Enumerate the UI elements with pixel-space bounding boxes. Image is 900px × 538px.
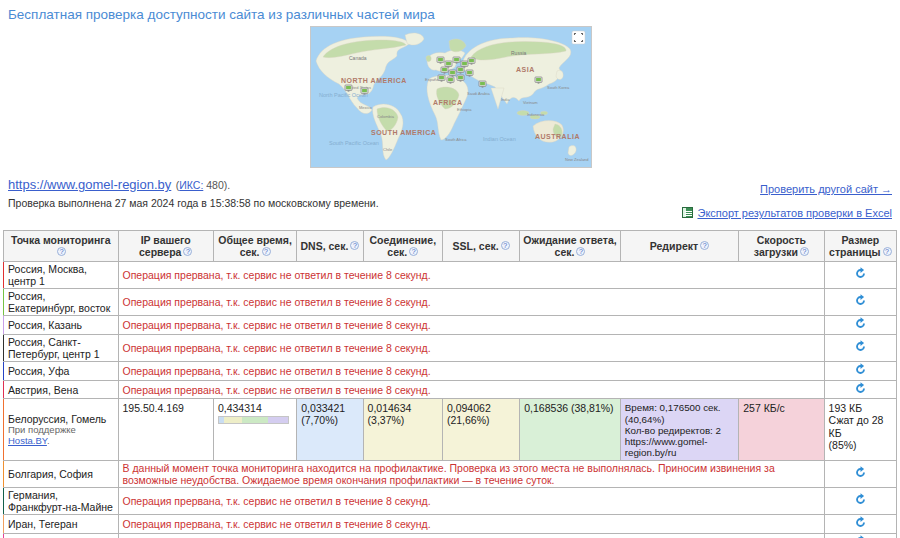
table-row: Россия, Санкт-Петербург, центр 1 Операци… bbox=[4, 335, 897, 362]
svg-text:Russia: Russia bbox=[511, 50, 527, 56]
svg-text:South Africa: South Africa bbox=[445, 137, 467, 142]
monitoring-point: Россия, Москва, центр 1 bbox=[4, 262, 119, 289]
error-message: Операция прервана, т.к. сервис не ответи… bbox=[118, 533, 824, 538]
bar-redirect-segment bbox=[268, 417, 287, 423]
iks-wrap: (ИКС: 480). bbox=[176, 179, 230, 191]
recheck-button[interactable] bbox=[854, 317, 867, 333]
help-icon[interactable] bbox=[183, 247, 192, 256]
page-size-ratio: (85%) bbox=[829, 439, 892, 451]
svg-text:Indian Ocean: Indian Ocean bbox=[483, 136, 516, 142]
recheck-button[interactable] bbox=[854, 340, 867, 356]
header-server-ip: IP вашего сервера bbox=[118, 231, 213, 262]
world-map[interactable]: NORTH AMERICA SOUTH AMERICA AFRICA ASIA … bbox=[310, 26, 592, 168]
total-time-value: 0,434314 bbox=[218, 402, 292, 414]
header-ssl: SSL, сек. bbox=[442, 231, 519, 262]
svg-text:Saudi Arabia: Saudi Arabia bbox=[467, 91, 490, 96]
iks-value: 480). bbox=[203, 179, 230, 191]
server-ip-value: 195.50.4.169 bbox=[118, 399, 213, 460]
header-redirect: Редирект bbox=[620, 231, 739, 262]
redirect-url: https://www.gomel-region.by/ru bbox=[625, 436, 735, 459]
total-time-cell: 0,434314 bbox=[213, 399, 296, 460]
help-icon[interactable] bbox=[883, 247, 892, 256]
info-bar: https://www.gomel-region.by (ИКС: 480). … bbox=[0, 168, 900, 228]
redirect-time: Время: 0,176500 сек. (40,64%) bbox=[625, 402, 735, 425]
svg-text:SOUTH AMERICA: SOUTH AMERICA bbox=[371, 129, 436, 136]
help-icon[interactable] bbox=[409, 247, 418, 256]
svg-text:Ethiopia: Ethiopia bbox=[457, 107, 472, 112]
help-icon[interactable] bbox=[350, 241, 359, 250]
monitoring-point: Италия, Милан bbox=[4, 533, 119, 538]
site-block: https://www.gomel-region.by (ИКС: 480). … bbox=[8, 174, 379, 210]
world-map-svg: NORTH AMERICA SOUTH AMERICA AFRICA ASIA … bbox=[311, 27, 591, 167]
header-total-time: Общее время, сек. bbox=[213, 231, 296, 262]
recheck-button[interactable] bbox=[854, 382, 867, 398]
header-speed: Скорость загрузки bbox=[739, 231, 824, 262]
monitoring-point: Белоруссия, Гомель При поддержке Hosta.B… bbox=[4, 399, 119, 460]
svg-text:AUSTRALIA: AUSTRALIA bbox=[535, 133, 580, 140]
support-line: При поддержке Hosta.BY. bbox=[8, 425, 114, 447]
bar-connect-ssl-segment bbox=[224, 417, 241, 423]
recheck-button[interactable] bbox=[854, 466, 867, 482]
iks-link[interactable]: ИКС: bbox=[179, 179, 203, 191]
error-message: Операция прервана, т.к. сервис не ответи… bbox=[118, 487, 824, 514]
svg-text:Vietnam: Vietnam bbox=[523, 100, 538, 105]
table-row: Россия, Уфа Операция прервана, т.к. серв… bbox=[4, 362, 897, 381]
availability-check-page: Бесплатная проверка доступности сайта из… bbox=[0, 0, 900, 538]
redirect-count: Кол-во редиректов: 2 bbox=[625, 425, 735, 436]
svg-text:Canada: Canada bbox=[349, 55, 367, 61]
wait-value: 0,168536 (38,81%) bbox=[520, 399, 620, 460]
recheck-button[interactable] bbox=[854, 535, 867, 538]
redirect-cell: Время: 0,176500 сек. (40,64%) Кол-во ред… bbox=[620, 399, 739, 460]
help-icon[interactable] bbox=[57, 247, 66, 256]
error-message: Операция прервана, т.к. сервис не ответи… bbox=[118, 289, 824, 316]
recheck-button[interactable] bbox=[854, 516, 867, 532]
help-icon[interactable] bbox=[700, 241, 709, 250]
monitoring-point: Россия, Уфа bbox=[4, 362, 119, 381]
header-monitoring-point: Точка мониторинга bbox=[4, 231, 119, 262]
recheck-button[interactable] bbox=[854, 267, 867, 283]
page-title: Бесплатная проверка доступности сайта из… bbox=[0, 0, 900, 24]
help-icon[interactable] bbox=[800, 247, 809, 256]
time-breakdown-bar bbox=[218, 416, 289, 424]
recheck-button[interactable] bbox=[854, 294, 867, 310]
hosta-by-link[interactable]: Hosta.BY bbox=[8, 435, 47, 446]
header-page-size: Размер страницы bbox=[824, 231, 896, 262]
svg-text:ASIA: ASIA bbox=[516, 66, 535, 73]
excel-icon bbox=[682, 207, 693, 218]
results-table: Точка мониторинга IP вашего сервера Обще… bbox=[3, 230, 897, 538]
help-icon[interactable] bbox=[501, 241, 510, 250]
table-header-row: Точка мониторинга IP вашего сервера Обще… bbox=[4, 231, 897, 262]
monitoring-point: Болгария, София bbox=[4, 460, 119, 487]
error-message: Операция прервана, т.к. сервис не ответи… bbox=[118, 362, 824, 381]
recheck-button[interactable] bbox=[854, 363, 867, 379]
header-connection: Соединение, сек. bbox=[363, 231, 442, 262]
export-excel-link[interactable]: Экспорт результатов проверки в Excel bbox=[697, 207, 892, 219]
svg-text:Chile: Chile bbox=[383, 147, 393, 152]
table-row: Россия, Екатеринбург, восток Операция пр… bbox=[4, 289, 897, 316]
recheck-button[interactable] bbox=[854, 493, 867, 509]
monitoring-point: Иран, Тегеран bbox=[4, 515, 119, 534]
table-row-maintenance: Болгария, София В данный момент точка мо… bbox=[4, 460, 897, 487]
table-row: Австрия, Вена Операция прервана, т.к. се… bbox=[4, 380, 897, 399]
map-fullscreen-button[interactable] bbox=[572, 31, 585, 44]
bar-wait-segment bbox=[242, 417, 269, 423]
help-icon[interactable] bbox=[576, 247, 585, 256]
monitoring-point: Россия, Санкт-Петербург, центр 1 bbox=[4, 335, 119, 362]
monitoring-point: Россия, Екатеринбург, восток bbox=[4, 289, 119, 316]
check-another-site-link[interactable]: Проверить другой сайт → bbox=[760, 183, 892, 195]
error-message: Операция прервана, т.к. сервис не ответи… bbox=[118, 316, 824, 335]
table-row-belarus: Белоруссия, Гомель При поддержке Hosta.B… bbox=[4, 399, 897, 460]
page-size-compressed: Сжат до 28 КБ bbox=[829, 414, 892, 438]
help-icon[interactable] bbox=[262, 247, 271, 256]
action-links: Проверить другой сайт → Экспорт результа… bbox=[682, 174, 892, 224]
monitoring-point: Россия, Казань bbox=[4, 316, 119, 335]
svg-text:Colombia: Colombia bbox=[377, 114, 395, 119]
svg-text:New Zealand: New Zealand bbox=[565, 157, 589, 162]
svg-text:South Pacific Ocean: South Pacific Ocean bbox=[329, 140, 379, 146]
checked-site-link[interactable]: https://www.gomel-region.by bbox=[8, 177, 171, 192]
table-row: Россия, Москва, центр 1 Операция прерван… bbox=[4, 262, 897, 289]
table-row: Италия, Милан Операция прервана, т.к. се… bbox=[4, 533, 897, 538]
page-size-raw: 193 КБ bbox=[829, 402, 892, 414]
table-row: Германия, Франкфурт-на-Майне Операция пр… bbox=[4, 487, 897, 514]
error-message: Операция прервана, т.к. сервис не ответи… bbox=[118, 515, 824, 534]
